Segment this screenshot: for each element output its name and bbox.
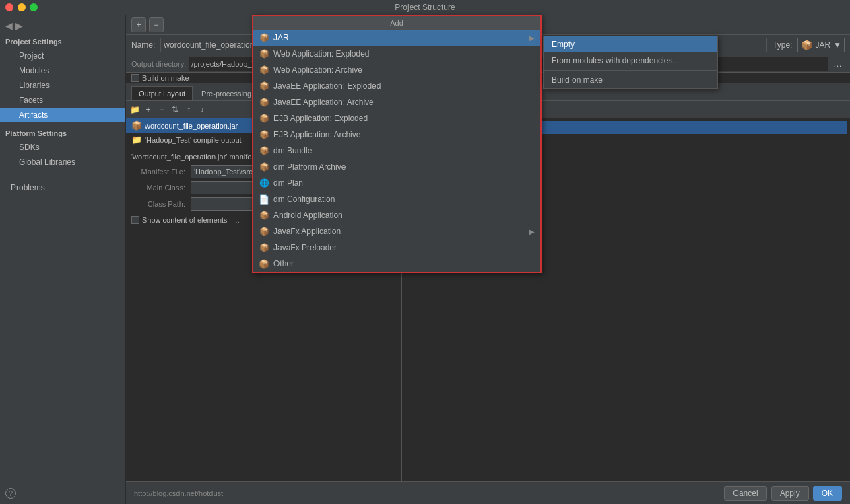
dropdown-item-javafx[interactable]: 📦 JavaFx Application ▶ (253, 223, 540, 240)
jar-sub-dropdown: Empty From modules with dependencies... … (543, 36, 718, 89)
sidebar-nav: ◀ ▶ (0, 17, 125, 34)
output-browse-button[interactable]: … (830, 59, 845, 69)
dropdown-item-ejb-exploded[interactable]: 📦 EJB Application: Exploded (253, 110, 540, 127)
dropdown-item-dm-bundle[interactable]: 📦 dm Bundle (253, 143, 540, 159)
dropdown-javaee-archive-label: JavaEE Application: Archive (273, 98, 374, 107)
layout-folder-icon: 📁 (129, 104, 141, 116)
layout-up-button[interactable]: ↑ (183, 104, 195, 116)
compile-output-label: 'Hadoop_Test' compile output (145, 136, 242, 144)
sidebar-item-sdks[interactable]: SDKs (0, 140, 125, 155)
sidebar-item-project[interactable]: Project (0, 48, 125, 63)
sidebar-item-problems[interactable]: Problems (0, 180, 125, 195)
dropdown-item-dm-config[interactable]: 📄 dm Configuration (253, 191, 540, 207)
show-content-more-icon[interactable]: … (233, 216, 240, 224)
ok-button[interactable]: OK (813, 486, 842, 501)
build-on-make-label: Build on make (142, 74, 189, 82)
dropdown-header: Add (253, 16, 540, 30)
dropdown-javafx-label: JavaFx Application (273, 227, 341, 236)
add-artifact-button[interactable]: + (131, 17, 146, 32)
show-content-checkbox[interactable] (131, 216, 139, 224)
layout-down-button[interactable]: ↓ (196, 104, 208, 116)
dropdown-web-archive-label: Web Application: Archive (273, 65, 362, 75)
dropdown-javafx-preloader-label: JavaFx Preloader (273, 243, 337, 252)
apply-button[interactable]: Apply (771, 486, 809, 501)
layout-sort-button[interactable]: ⇅ (169, 104, 181, 116)
show-content-label: Show content of elements (142, 216, 228, 224)
ejb-archive-icon: 📦 (259, 129, 269, 140)
dropdown-dm-bundle-label: dm Bundle (273, 146, 312, 155)
dropdown-javaee-exploded-label: JavaEE Application: Exploded (273, 81, 381, 91)
dropdown-item-javafx-preloader[interactable]: 📦 JavaFx Preloader (253, 240, 540, 256)
help-icon[interactable]: ? (5, 488, 16, 499)
dropdown-item-javaee-exploded[interactable]: 📦 JavaEE Application: Exploded (253, 78, 540, 94)
sidebar-item-libraries[interactable]: Libraries (0, 78, 125, 93)
minimize-button[interactable] (18, 3, 26, 11)
dropdown-item-jar[interactable]: 📦 JAR ▶ (253, 30, 540, 46)
type-label: Type: (773, 40, 792, 50)
nav-forward-icon[interactable]: ▶ (15, 20, 23, 31)
dm-config-icon: 📄 (259, 194, 269, 205)
android-icon: 📦 (259, 210, 269, 221)
cancel-button[interactable]: Cancel (724, 486, 766, 501)
sidebar-item-global-libraries[interactable]: Global Libraries (0, 155, 125, 170)
output-label: Output directory: (131, 60, 186, 68)
dm-bundle-icon: 📦 (259, 145, 269, 156)
sub-divider (544, 70, 717, 71)
layout-add-button[interactable]: + (142, 104, 154, 116)
dropdown-ejb-exploded-label: EJB Application: Exploded (273, 114, 368, 123)
dropdown-item-android[interactable]: 📦 Android Application (253, 207, 540, 223)
dropdown-android-label: Android Application (273, 211, 343, 220)
dropdown-item-web-exploded[interactable]: 📦 Web Application: Exploded (253, 46, 540, 62)
sidebar-item-artifacts[interactable]: Artifacts (0, 108, 125, 122)
dropdown-item-dm-platform[interactable]: 📦 dm Platform Archive (253, 159, 540, 175)
bottom-bar: http://blog.csdn.net/hotdust Cancel Appl… (126, 481, 850, 504)
name-label: Name: (131, 40, 155, 50)
jar-type-icon: 📦 (801, 40, 812, 50)
nav-back-icon[interactable]: ◀ (5, 20, 13, 31)
dropdown-jar-label: JAR (273, 33, 289, 42)
dropdown-item-javaee-archive[interactable]: 📦 JavaEE Application: Archive (253, 94, 540, 110)
ejb-exploded-icon: 📦 (259, 113, 269, 124)
window-title: Project Structure (395, 3, 455, 12)
dropdown-web-exploded-label: Web Application: Exploded (273, 49, 370, 59)
close-button[interactable] (5, 3, 13, 11)
content-area: + − Name: Type: 📦 JAR ▼ Output directory… (126, 15, 850, 504)
platform-settings-label: Platform Settings (0, 122, 125, 140)
javaee-archive-icon: 📦 (259, 97, 269, 108)
javafx-preloader-icon: 📦 (259, 242, 269, 253)
dm-platform-icon: 📦 (259, 161, 269, 172)
dropdown-dm-plan-label: dm Plan (273, 178, 303, 188)
layout-remove-button[interactable]: − (156, 104, 168, 116)
javafx-icon: 📦 (259, 226, 269, 237)
tab-pre-processing[interactable]: Pre-processing (194, 86, 259, 100)
bottom-url: http://blog.csdn.net/hotdust (134, 489, 223, 497)
jar-submenu-arrow-icon: ▶ (529, 34, 535, 42)
dropdown-item-web-archive[interactable]: 📦 Web Application: Archive (253, 62, 540, 78)
sub-item-from-modules[interactable]: From modules with dependencies... (544, 52, 717, 69)
sidebar-item-facets[interactable]: Facets (0, 93, 125, 108)
web-exploded-icon: 📦 (259, 48, 269, 59)
sidebar: ◀ ▶ Project Settings Project Modules Lib… (0, 15, 126, 504)
tab-output-layout[interactable]: Output Layout (131, 86, 193, 100)
maximize-button[interactable] (30, 3, 38, 11)
project-settings-label: Project Settings (0, 34, 125, 48)
dm-plan-icon: 🌐 (259, 178, 269, 188)
title-bar: Project Structure (0, 0, 850, 15)
sub-item-build-on-make[interactable]: Build on make (544, 72, 717, 88)
remove-artifact-button[interactable]: − (149, 17, 164, 32)
sub-item-empty[interactable]: Empty (544, 36, 717, 52)
sidebar-item-modules[interactable]: Modules (0, 63, 125, 78)
dropdown-item-dm-plan[interactable]: 🌐 dm Plan (253, 175, 540, 191)
type-select[interactable]: 📦 JAR ▼ (797, 38, 845, 52)
jar-label: wordcount_file_operation.jar (145, 122, 238, 130)
manifest-file-label: Manifest File: (131, 168, 185, 176)
dropdown-item-other[interactable]: 📦 Other (253, 256, 540, 272)
dropdown-ejb-archive-label: EJB Application: Archive (273, 130, 360, 139)
type-value: JAR (815, 40, 830, 50)
javafx-submenu-arrow-icon: ▶ (529, 228, 535, 236)
other-icon: 📦 (259, 258, 269, 269)
window-controls[interactable] (5, 3, 38, 11)
build-on-make-checkbox[interactable] (131, 74, 139, 82)
dropdown-other-label: Other (273, 259, 294, 268)
dropdown-item-ejb-archive[interactable]: 📦 EJB Application: Archive (253, 127, 540, 143)
